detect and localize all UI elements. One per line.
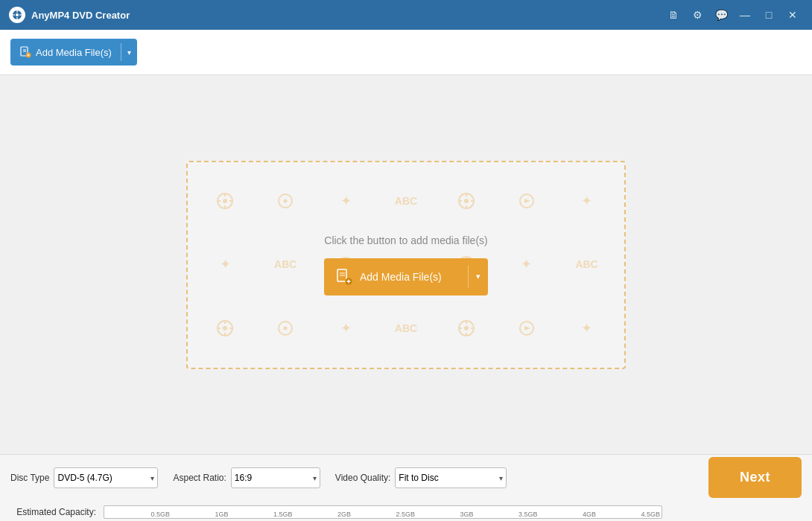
svg-point-43 xyxy=(459,321,474,336)
bg-icon-16 xyxy=(256,296,316,359)
svg-point-13 xyxy=(223,199,227,203)
title-bar: AnyMP4 DVD Creator 🗎 ⚙ 💬 — □ ✕ xyxy=(0,0,812,30)
maximize-btn[interactable]: □ xyxy=(758,4,779,25)
add-media-toolbar-label: Add Media File(s) xyxy=(36,47,112,58)
disc-type-group: Disc Type DVD-5 (4.7G) DVD-9 (8.5G) BD-2… xyxy=(10,467,158,488)
bg-icon-2 xyxy=(256,170,316,233)
video-quality-label: Video Quality: xyxy=(335,473,391,483)
toolbar: Add Media File(s) ▾ xyxy=(0,30,812,75)
bg-icon-5 xyxy=(436,170,496,233)
add-media-center-button[interactable]: Add Media File(s) ▾ xyxy=(324,258,488,295)
capacity-row: Estimated Capacity: 0.5GB 1GB 1.5GB 2GB … xyxy=(10,505,802,519)
svg-point-1 xyxy=(16,13,19,16)
svg-point-26 xyxy=(520,194,533,208)
video-quality-group: Video Quality: Fit to Disc High Quality … xyxy=(335,467,507,488)
tick-15: 1.5GB xyxy=(273,511,293,518)
bg-icon-6 xyxy=(496,170,556,233)
next-button[interactable]: Next xyxy=(708,457,802,498)
capacity-bar: 0.5GB 1GB 1.5GB 2GB 2.5GB 3GB 3.5GB 4GB … xyxy=(104,505,662,519)
bg-icon-3: ✦ xyxy=(316,170,376,233)
add-media-center-label: Add Media File(s) xyxy=(360,271,442,283)
bg-icon-9: ABC xyxy=(256,233,316,296)
close-btn[interactable]: ✕ xyxy=(782,4,803,25)
add-media-toolbar-main[interactable]: Add Media File(s) xyxy=(10,39,121,65)
window-controls: 🗎 ⚙ 💬 — □ ✕ xyxy=(663,4,803,25)
tick-3: 3GB xyxy=(460,511,473,518)
bg-icon-15 xyxy=(195,296,256,359)
bg-icon-4: ABC xyxy=(376,170,437,233)
bg-icon-18: ABC xyxy=(376,296,437,359)
svg-point-20 xyxy=(459,194,474,208)
svg-point-44 xyxy=(464,326,469,330)
bg-icon-8: ✦ xyxy=(195,233,256,296)
add-media-dropdown-arrow[interactable]: ▾ xyxy=(121,39,137,65)
svg-point-19 xyxy=(284,199,288,203)
bg-icon-7: ✦ xyxy=(556,170,617,233)
bg-icon-13: ✦ xyxy=(496,233,556,296)
save-icon[interactable]: 🗎 xyxy=(663,4,684,25)
minimize-btn[interactable]: — xyxy=(735,4,755,25)
aspect-ratio-select-wrapper: 16:9 4:3 xyxy=(231,467,320,488)
svg-point-21 xyxy=(464,199,469,203)
estimated-capacity-label: Estimated Capacity: xyxy=(10,507,96,517)
tick-4: 4GB xyxy=(583,511,596,518)
bg-icon-21: ✦ xyxy=(556,296,617,359)
main-content: ✦ ABC ✦ ✦ ABC xyxy=(0,75,812,454)
svg-point-49 xyxy=(520,322,533,335)
tick-2: 2GB xyxy=(337,511,351,518)
bg-icon-14: ABC xyxy=(556,233,617,296)
bottom-controls: Disc Type DVD-5 (4.7G) DVD-9 (8.5G) BD-2… xyxy=(10,457,802,498)
drop-zone: ✦ ABC ✦ ✦ ABC xyxy=(186,161,626,369)
bg-icon-1 xyxy=(195,170,256,233)
aspect-ratio-group: Aspect Ratio: 16:9 4:3 xyxy=(173,467,320,488)
svg-point-36 xyxy=(223,326,227,330)
bottom-bar: Disc Type DVD-5 (4.7G) DVD-9 (8.5G) BD-2… xyxy=(0,454,812,521)
app-logo xyxy=(9,7,25,23)
tick-25: 2.5GB xyxy=(396,511,415,518)
tick-35: 3.5GB xyxy=(518,511,538,518)
aspect-ratio-select[interactable]: 16:9 4:3 xyxy=(231,467,320,488)
bg-icon-20 xyxy=(496,296,556,359)
add-media-toolbar-button[interactable]: Add Media File(s) ▾ xyxy=(10,39,137,65)
add-file-center-icon xyxy=(336,269,352,285)
disc-type-select[interactable]: DVD-5 (4.7G) DVD-9 (8.5G) BD-25 BD-50 xyxy=(54,467,158,488)
drop-zone-content: Click the button to add media file(s) Ad… xyxy=(324,234,488,295)
tick-1: 1GB xyxy=(215,511,228,518)
video-quality-select-wrapper: Fit to Disc High Quality Standard Qualit… xyxy=(395,467,507,488)
disc-type-label: Disc Type xyxy=(10,473,49,483)
drop-zone-prompt: Click the button to add media file(s) xyxy=(324,234,487,246)
disc-type-select-wrapper: DVD-5 (4.7G) DVD-9 (8.5G) BD-25 BD-50 xyxy=(54,467,158,488)
tick-05: 0.5GB xyxy=(150,511,170,518)
svg-point-12 xyxy=(218,194,232,208)
aspect-ratio-label: Aspect Ratio: xyxy=(173,473,226,483)
svg-point-42 xyxy=(284,326,288,330)
svg-point-41 xyxy=(279,322,292,335)
video-quality-select[interactable]: Fit to Disc High Quality Standard Qualit… xyxy=(395,467,507,488)
settings-icon[interactable]: ⚙ xyxy=(687,4,708,25)
add-file-icon xyxy=(19,46,31,58)
svg-point-35 xyxy=(218,321,232,336)
add-media-center-main[interactable]: Add Media File(s) xyxy=(324,258,468,295)
bg-icon-17: ✦ xyxy=(316,296,376,359)
capacity-ticks: 0.5GB 1GB 1.5GB 2GB 2.5GB 3GB 3.5GB 4GB … xyxy=(104,511,662,518)
svg-point-18 xyxy=(279,194,292,208)
tick-45: 4.5GB xyxy=(641,511,660,518)
add-media-center-arrow[interactable]: ▾ xyxy=(469,258,488,295)
bg-icon-19 xyxy=(436,296,496,359)
app-title: AnyMP4 DVD Creator xyxy=(31,10,663,21)
feedback-icon[interactable]: 💬 xyxy=(711,4,732,25)
